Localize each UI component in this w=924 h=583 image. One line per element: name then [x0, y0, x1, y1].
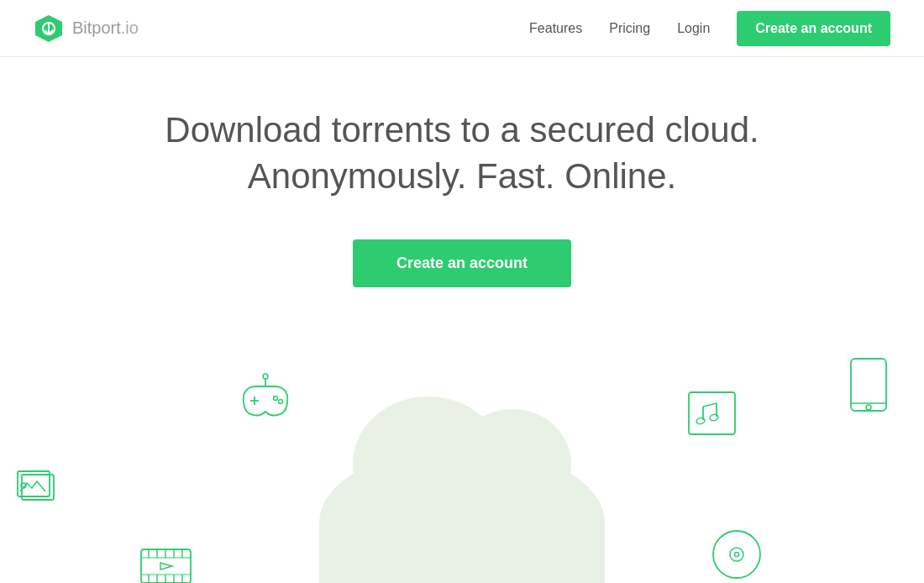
nav-features[interactable]: Features	[529, 21, 582, 36]
photo-icon	[15, 465, 66, 514]
icons-area	[0, 346, 924, 583]
svg-point-17	[709, 414, 718, 422]
logo[interactable]: Bitport.io	[34, 13, 139, 44]
svg-marker-34	[160, 563, 172, 570]
disc-icon	[710, 528, 764, 583]
svg-point-36	[730, 548, 743, 561]
svg-rect-12	[689, 392, 735, 434]
svg-point-16	[696, 418, 705, 425]
nav-login[interactable]: Login	[677, 21, 710, 36]
logo-suffix: .io	[121, 18, 139, 37]
logo-text: Bitport.io	[72, 18, 139, 38]
svg-point-35	[713, 531, 760, 578]
hero-title-line1: Download torrents to a secured cloud.	[165, 110, 759, 150]
main-nav: Features Pricing Login Create an account	[529, 11, 890, 46]
hero-title-line2: Anonymously. Fast. Online.	[248, 156, 676, 196]
music-icon	[685, 388, 739, 442]
logo-icon	[34, 13, 64, 44]
create-account-header-button[interactable]: Create an account	[737, 11, 890, 46]
svg-line-14	[703, 403, 717, 407]
header: Bitport.io Features Pricing Login Create…	[0, 0, 924, 57]
cloud-shape	[319, 447, 605, 583]
svg-point-20	[866, 405, 871, 410]
svg-point-11	[279, 400, 283, 404]
svg-point-10	[274, 397, 278, 401]
mobile-icon	[847, 355, 890, 418]
create-account-main-button[interactable]: Create an account	[353, 239, 571, 287]
gamepad-icon	[235, 371, 296, 425]
svg-point-37	[735, 553, 739, 557]
video-icon	[139, 543, 193, 583]
hero-section: Download torrents to a secured cloud. An…	[0, 57, 924, 321]
nav-pricing[interactable]: Pricing	[609, 21, 650, 36]
hero-title: Download torrents to a secured cloud. An…	[34, 108, 890, 199]
logo-name: Bitport	[72, 18, 121, 37]
